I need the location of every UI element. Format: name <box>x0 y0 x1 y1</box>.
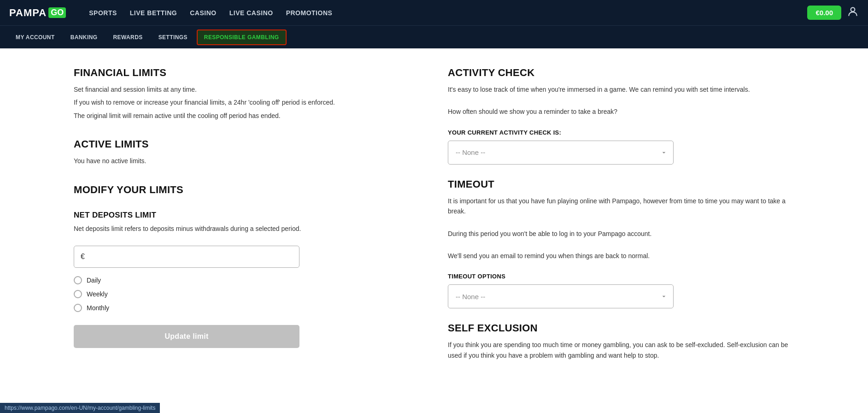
balance-button[interactable]: €0.00 <box>807 6 841 20</box>
radio-group: Daily Weekly Monthly <box>74 276 420 312</box>
activity-check-desc1: It's easy to lose track of time when you… <box>448 84 794 94</box>
sub-nav: MY ACCOUNT BANKING REWARDS SETTINGS RESP… <box>0 25 868 48</box>
modify-limits-section: MODIFY YOUR LIMITS NET DEPOSITS LIMIT Ne… <box>74 184 420 348</box>
net-deposits-input[interactable] <box>87 253 293 260</box>
nav-casino[interactable]: CASINO <box>190 9 216 17</box>
financial-limits-section: FINANCIAL LIMITS Set financial and sessi… <box>74 67 420 121</box>
activity-check-dropdown[interactable]: -- None -- <box>448 141 674 165</box>
left-column: FINANCIAL LIMITS Set financial and sessi… <box>74 67 420 363</box>
active-limits-title: ACTIVE LIMITS <box>74 138 420 150</box>
nav-links: SPORTS LIVE BETTING CASINO LIVE CASINO P… <box>89 9 793 17</box>
nav-live-betting[interactable]: LIVE BETTING <box>130 9 177 17</box>
user-icon-button[interactable] <box>847 6 859 20</box>
modify-limits-title: MODIFY YOUR LIMITS <box>74 184 420 196</box>
main-content: FINANCIAL LIMITS Set financial and sessi… <box>0 48 868 382</box>
timeout-desc2: During this period you won't be able to … <box>448 229 794 239</box>
timeout-title: TIMEOUT <box>448 178 794 190</box>
radio-label-daily: Daily <box>87 277 101 284</box>
nav-live-casino[interactable]: LIVE CASINO <box>229 9 273 17</box>
sub-nav-banking[interactable]: BANKING <box>64 30 104 44</box>
radio-monthly[interactable]: Monthly <box>74 304 420 312</box>
currency-input-wrapper[interactable]: € <box>74 246 299 268</box>
self-exclusion-section: SELF EXCLUSION If you think you are spen… <box>448 322 794 360</box>
timeout-desc1: It is important for us that you have fun… <box>448 196 794 217</box>
status-url: https://www.pampago.com/en-UN/my-account… <box>5 405 155 411</box>
timeout-desc3: We'll send you an email to remind you wh… <box>448 251 794 261</box>
activity-check-title: ACTIVITY CHECK <box>448 67 794 79</box>
self-exclusion-desc1: If you think you are spending too much t… <box>448 340 794 360</box>
net-deposits-desc: Net deposits limit refers to deposits mi… <box>74 224 420 234</box>
timeout-dropdown[interactable]: -- None -- <box>448 284 674 308</box>
user-icon <box>847 6 859 18</box>
status-bar: https://www.pampago.com/en-UN/my-account… <box>0 403 160 413</box>
update-limit-button[interactable]: Update limit <box>74 325 299 348</box>
sub-nav-settings[interactable]: SETTINGS <box>152 30 194 44</box>
net-deposits-subsection: NET DEPOSITS LIMIT Net deposits limit re… <box>74 211 420 348</box>
self-exclusion-title: SELF EXCLUSION <box>448 322 794 334</box>
sub-nav-my-account[interactable]: MY ACCOUNT <box>9 30 61 44</box>
radio-circle-monthly <box>74 304 82 312</box>
financial-limits-title: FINANCIAL LIMITS <box>74 67 420 79</box>
sub-nav-rewards[interactable]: REWARDS <box>106 30 149 44</box>
navbar: PAMPA GO SPORTS LIVE BETTING CASINO LIVE… <box>0 0 868 25</box>
timeout-options-label: TIMEOUT OPTIONS <box>448 273 794 280</box>
logo-pampa: PAMPA <box>9 7 47 19</box>
radio-circle-daily <box>74 276 82 284</box>
active-limits-desc: You have no active limits. <box>74 156 420 166</box>
radio-label-weekly: Weekly <box>87 290 108 298</box>
financial-limits-desc3: The original limit will remain active un… <box>74 111 420 121</box>
activity-check-desc2: How often should we show you a reminder … <box>448 106 794 117</box>
logo-go: GO <box>48 7 66 18</box>
nav-promotions[interactable]: PROMOTIONS <box>286 9 333 17</box>
sub-nav-responsible-gambling[interactable]: RESPONSIBLE GAMBLING <box>197 30 287 45</box>
logo[interactable]: PAMPA GO <box>9 7 66 19</box>
activity-check-section: ACTIVITY CHECK It's easy to lose track o… <box>448 67 794 178</box>
financial-limits-desc2: If you wish to remove or increase your f… <box>74 97 420 107</box>
right-column: ACTIVITY CHECK It's easy to lose track o… <box>448 67 794 363</box>
radio-weekly[interactable]: Weekly <box>74 290 420 298</box>
activity-check-current-label: YOUR CURRENT ACTIVITY CHECK IS: <box>448 129 794 136</box>
currency-symbol: € <box>81 253 85 261</box>
nav-sports[interactable]: SPORTS <box>89 9 117 17</box>
radio-daily[interactable]: Daily <box>74 276 420 284</box>
active-limits-section: ACTIVE LIMITS You have no active limits. <box>74 138 420 166</box>
svg-point-0 <box>851 7 855 12</box>
net-deposits-title: NET DEPOSITS LIMIT <box>74 211 420 220</box>
radio-circle-weekly <box>74 290 82 298</box>
financial-limits-desc1: Set financial and session limits at any … <box>74 84 420 94</box>
radio-label-monthly: Monthly <box>87 304 109 312</box>
timeout-section: TIMEOUT It is important for us that you … <box>448 178 794 323</box>
nav-right: €0.00 <box>807 6 859 20</box>
